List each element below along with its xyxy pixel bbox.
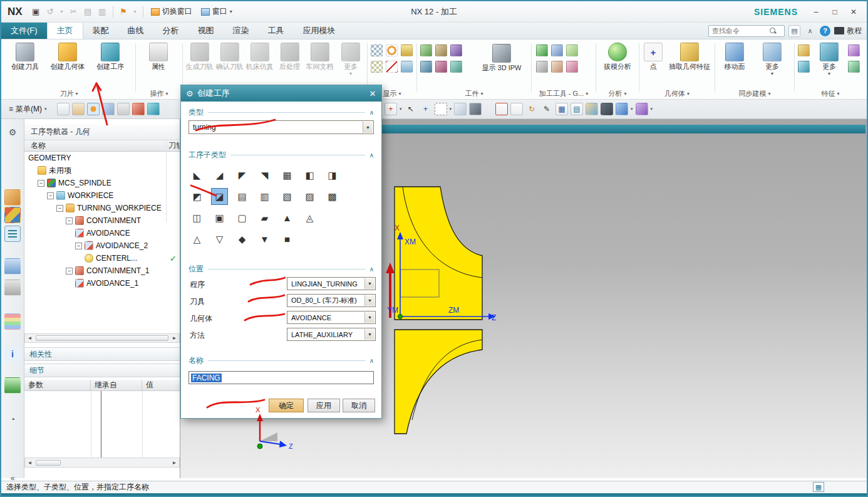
tree-row-avoidance-2[interactable]: − AVOIDANCE_2 (24, 239, 180, 252)
assembly-navigator-icon[interactable] (4, 189, 21, 206)
subtype-icon-r1c2[interactable]: ▤ (234, 188, 251, 205)
dropdown-arrow-icon[interactable]: ▾ (400, 107, 402, 112)
operation-name-input[interactable]: FACING (189, 371, 374, 384)
scroll-right-icon[interactable]: ► (170, 334, 179, 342)
workpiece-icon[interactable] (450, 44, 462, 56)
system-clock-icon[interactable]: ◔ (4, 411, 21, 427)
tab-analysis[interactable]: 分析 (153, 23, 189, 39)
cancel-button[interactable]: 取消 (343, 399, 375, 412)
combo-arrow-icon[interactable]: ▼ (364, 278, 375, 289)
subtype-icon-r3c3[interactable]: ▼ (256, 231, 273, 248)
internet-explorer-icon[interactable]: i (4, 346, 21, 362)
column-toolpath[interactable]: 刀轨 (166, 140, 180, 151)
subtype-icon-r0c2[interactable]: ◤ (234, 167, 251, 184)
subtype-icon-r1c3[interactable]: ▥ (256, 188, 273, 205)
tab-home[interactable]: 主页 (47, 23, 83, 39)
tab-render[interactable]: 渲染 (224, 23, 259, 39)
feature-icon[interactable] (848, 61, 860, 73)
cut-icon[interactable]: ✂ (67, 5, 80, 18)
combo-arrow-icon[interactable]: ▼ (364, 329, 375, 340)
tab-assembly[interactable]: 装配 (83, 23, 118, 39)
details-header[interactable]: 细节 (24, 364, 180, 377)
subtype-icon-r0c5[interactable]: ◧ (301, 167, 318, 184)
subtype-icon-r0c3[interactable]: ◥ (256, 167, 273, 184)
ok-button[interactable]: 确定 (269, 399, 304, 412)
tree-row-turning-workpiece[interactable]: − TURNING_WORKPIECE (24, 202, 180, 214)
subtype-icon-r1c4[interactable]: ▧ (279, 188, 296, 205)
scroll-thumb[interactable] (36, 335, 168, 341)
dropdown-arrow-icon[interactable]: ▾ (768, 91, 770, 97)
dropdown-arrow-icon[interactable]: ▾ (165, 91, 168, 97)
collapse-icon[interactable]: − (56, 205, 63, 212)
subtype-icon-r2c3[interactable]: ▰ (256, 209, 273, 226)
collapse-icon[interactable]: − (66, 268, 73, 275)
operation-more-button[interactable]: 更多 ▾ (338, 41, 364, 76)
collapse-icon[interactable]: − (38, 180, 44, 187)
details-hscrollbar[interactable]: ◄ ► (24, 458, 180, 468)
reuse-library-icon[interactable] (4, 313, 21, 330)
window-menu-button[interactable]: 窗口 ▾ (197, 4, 237, 19)
subtype-icon-r1c0[interactable]: ◩ (189, 188, 205, 205)
blue-gem-icon[interactable] (616, 103, 628, 115)
display-pencil-icon[interactable] (401, 61, 413, 73)
tree-row-geometry[interactable]: GEOMETRY (24, 152, 180, 164)
dropdown-arrow-icon[interactable]: ▾ (75, 91, 78, 97)
scroll-thumb[interactable] (36, 460, 61, 466)
flag-dropdown-icon[interactable]: ▾ (132, 5, 139, 18)
collapse-icon[interactable]: − (66, 217, 73, 224)
generate-toolpath-button[interactable]: 生成刀轨 (185, 41, 214, 71)
display-funnel-icon[interactable] (401, 44, 413, 56)
tab-application[interactable]: 应用模块 (294, 23, 345, 39)
program-combo[interactable]: LINGJIAN_TURNING ▼ (287, 277, 376, 290)
display-option-icon[interactable] (371, 44, 383, 56)
status-grid-icon[interactable]: ▦ (813, 482, 824, 492)
draft-analysis-button[interactable]: 拔模分析 (598, 41, 637, 71)
tree-row-workpiece[interactable]: − WORKPIECE (24, 189, 180, 202)
workpiece-icon[interactable] (450, 61, 462, 73)
material-icon[interactable] (636, 103, 648, 115)
dark-cube-icon[interactable] (601, 103, 613, 115)
combo-arrow-icon[interactable]: ▼ (364, 312, 375, 323)
scroll-left-icon[interactable]: ◄ (25, 334, 34, 342)
properties-button[interactable]: 属性 (139, 41, 178, 71)
refresh-icon[interactable]: ↻ (525, 103, 538, 115)
dropdown-arrow-icon[interactable]: ▾ (586, 91, 588, 97)
feature-more-button[interactable]: 更多 ▾ (814, 41, 844, 76)
add-red-icon[interactable]: + (385, 103, 397, 115)
workpiece-icon[interactable] (420, 61, 432, 73)
subtype-icon-r3c4[interactable]: ■ (279, 231, 296, 248)
subtype-icon-r0c0[interactable]: ◣ (189, 167, 205, 184)
snap-point-icon[interactable] (72, 103, 85, 115)
layout-grid-icon[interactable]: ▦ (555, 103, 568, 115)
close-button[interactable]: ✕ (844, 4, 863, 19)
display-slash-icon[interactable] (386, 61, 398, 73)
tree-row-mcs-spindle[interactable]: − MCS_SPINDLE (24, 177, 180, 189)
name-section-header[interactable]: 名称 ∧ (189, 355, 374, 366)
cursor-icon[interactable]: ↖ (405, 103, 417, 115)
extract-geometry-button[interactable]: 抽取几何特征 (666, 41, 713, 71)
help-icon[interactable]: ? (820, 26, 830, 36)
dropdown-arrow-icon[interactable]: ▾ (651, 107, 653, 112)
dropdown-arrow-icon[interactable]: ▾ (480, 91, 483, 97)
workpiece-icon[interactable] (420, 44, 432, 56)
scroll-right-icon[interactable]: ► (170, 458, 179, 467)
tree-row-centerline[interactable]: CENTERL... ✓ (24, 252, 180, 264)
tree-row-avoidance-1[interactable]: AVOIDANCE_1 (24, 277, 180, 290)
collapse-icon[interactable]: − (75, 243, 82, 249)
window-fit-icon[interactable] (495, 103, 508, 115)
search-input[interactable] (709, 27, 769, 34)
tool-combo[interactable]: OD_80_L (车刀-标准) ▼ (287, 294, 376, 307)
dialog-title-bar[interactable]: ⚙ 创建工序 (181, 85, 381, 102)
subtype-icon-r2c2[interactable]: ▢ (234, 209, 251, 226)
tree-row-avoidance[interactable]: AVOIDANCE (24, 227, 180, 239)
create-tool-button[interactable]: 创建刀具 (5, 41, 45, 71)
highlight-selection-icon[interactable] (87, 103, 100, 115)
history-palette-icon[interactable] (4, 377, 21, 394)
show-3d-ipw-button[interactable]: 显示 3D IPW (474, 42, 529, 72)
apply-button[interactable]: 应用 (307, 399, 340, 412)
type-combo[interactable]: turning ▼ (189, 120, 374, 134)
dropdown-arrow-icon[interactable]: ▾ (398, 91, 401, 97)
subtype-icon-r1c5[interactable]: ▨ (301, 188, 318, 205)
subtype-icon-r2c5[interactable]: ◬ (301, 209, 318, 226)
subtype-icon-r2c4[interactable]: ▲ (279, 209, 296, 226)
